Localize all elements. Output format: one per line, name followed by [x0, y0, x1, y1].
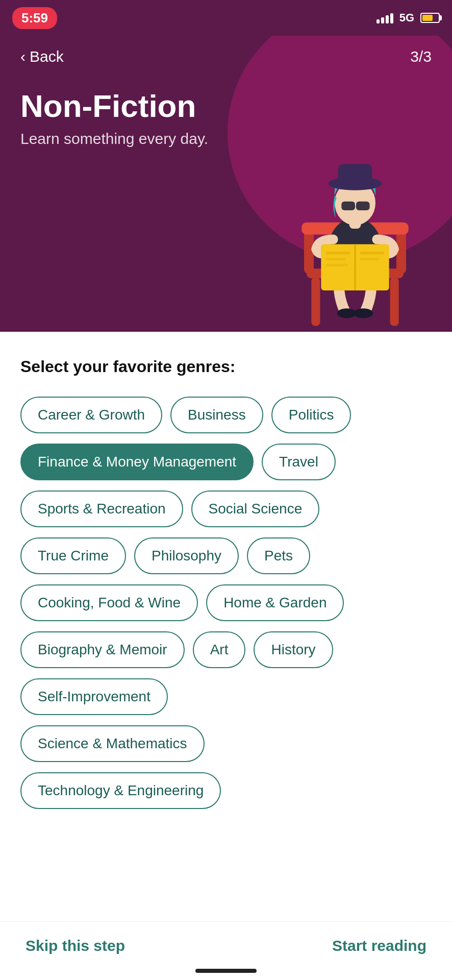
- header-illustration: [273, 128, 437, 332]
- genre-chip-biography[interactable]: Biography & Memoir: [20, 631, 185, 668]
- svg-rect-20: [326, 264, 348, 266]
- battery-icon: [420, 13, 440, 23]
- section-instruction: Select your favorite genres:: [20, 357, 432, 376]
- status-bar: 5:59 5G: [0, 0, 452, 36]
- genre-chip-business[interactable]: Business: [170, 397, 263, 433]
- genre-chip-cooking[interactable]: Cooking, Food & Wine: [20, 584, 198, 621]
- signal-icon: [376, 12, 393, 23]
- genre-row-0: Career & GrowthBusinessPolitics: [20, 397, 432, 433]
- genre-chip-tech-engineering[interactable]: Technology & Engineering: [20, 772, 221, 809]
- header-area: ‹ Back 3/3 Non-Fiction Learn something e…: [0, 36, 452, 332]
- genre-chip-sports[interactable]: Sports & Recreation: [20, 491, 183, 527]
- svg-rect-22: [360, 258, 380, 260]
- genre-chip-philosophy[interactable]: Philosophy: [134, 537, 239, 574]
- genre-chip-science-math[interactable]: Science & Mathematics: [20, 725, 205, 762]
- genre-row-4: Cooking, Food & WineHome & Garden: [20, 584, 432, 621]
- back-chevron-icon: ‹: [20, 48, 26, 65]
- back-button[interactable]: ‹ Back: [20, 48, 64, 65]
- content-area: Select your favorite genres: Career & Gr…: [0, 332, 452, 870]
- svg-rect-1: [311, 277, 320, 326]
- genre-chip-pets[interactable]: Pets: [247, 537, 310, 574]
- svg-rect-12: [338, 164, 372, 186]
- genre-chip-true-crime[interactable]: True Crime: [20, 537, 126, 574]
- genre-chip-finance[interactable]: Finance & Money Management: [20, 444, 254, 480]
- home-indicator: [195, 969, 257, 973]
- genre-row-7: Science & Mathematics: [20, 725, 432, 762]
- genre-chip-history[interactable]: History: [254, 631, 333, 668]
- nav-bar: ‹ Back 3/3: [0, 36, 452, 78]
- svg-point-8: [354, 308, 373, 318]
- genres-container: Career & GrowthBusinessPoliticsFinance &…: [20, 397, 432, 809]
- svg-rect-18: [326, 252, 350, 255]
- genre-chip-art[interactable]: Art: [193, 631, 246, 668]
- genre-row-2: Sports & RecreationSocial Science: [20, 491, 432, 527]
- svg-rect-21: [360, 252, 385, 255]
- genre-chip-social-science[interactable]: Social Science: [191, 491, 320, 527]
- genre-chip-travel[interactable]: Travel: [262, 444, 336, 480]
- svg-rect-14: [356, 202, 370, 210]
- genre-chip-politics[interactable]: Politics: [271, 397, 351, 433]
- skip-button[interactable]: Skip this step: [26, 937, 125, 954]
- page-indicator: 3/3: [410, 48, 432, 65]
- start-reading-button[interactable]: Start reading: [332, 937, 426, 954]
- page-title: Non-Fiction: [20, 88, 432, 124]
- back-label: Back: [30, 48, 64, 65]
- svg-rect-19: [326, 258, 345, 260]
- genre-chip-home-garden[interactable]: Home & Garden: [206, 584, 344, 621]
- network-label: 5G: [399, 11, 414, 24]
- genre-chip-career-growth[interactable]: Career & Growth: [20, 397, 162, 433]
- genre-chip-self-improvement[interactable]: Self-Improvement: [20, 678, 168, 715]
- svg-rect-2: [390, 277, 399, 326]
- genre-row-1: Finance & Money ManagementTravel: [20, 444, 432, 480]
- status-right: 5G: [376, 11, 440, 24]
- genre-row-5: Biography & MemoirArtHistory: [20, 631, 432, 668]
- genre-row-6: Self-Improvement: [20, 678, 432, 715]
- genre-row-3: True CrimePhilosophyPets: [20, 537, 432, 574]
- svg-rect-13: [341, 202, 355, 210]
- status-time: 5:59: [12, 7, 57, 29]
- genre-row-8: Technology & Engineering: [20, 772, 432, 809]
